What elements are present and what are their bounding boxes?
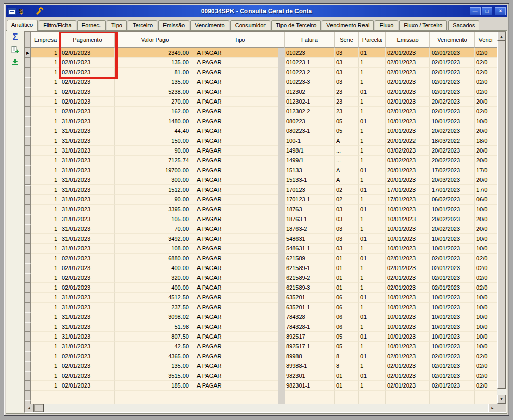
row-indicator[interactable]: ▶ — [25, 48, 31, 58]
cell[interactable]: A PAGAR — [195, 156, 285, 165]
cell[interactable]: 10/01/2023 — [430, 234, 475, 244]
cell[interactable]: A PAGAR — [195, 322, 285, 332]
cell[interactable]: 1 — [359, 283, 386, 293]
row-indicator[interactable] — [25, 68, 31, 77]
row-indicator[interactable] — [25, 244, 31, 254]
row-indicator[interactable] — [25, 116, 31, 126]
column-header-valor-pago[interactable]: Valor Pago — [115, 32, 195, 48]
cell[interactable]: 1 — [31, 136, 60, 146]
cell[interactable]: 010223-3 — [285, 77, 335, 87]
cell[interactable]: 1 — [359, 136, 386, 146]
cell[interactable]: 4365.00 — [115, 351, 195, 361]
cell[interactable]: 400.00 — [115, 263, 195, 273]
cell[interactable]: A PAGAR — [195, 234, 285, 244]
cell[interactable]: 02/01/2023 — [60, 58, 115, 68]
cell[interactable]: 20/0 — [475, 224, 497, 234]
cell[interactable]: 1 — [359, 97, 386, 107]
table-row[interactable]: 131/01/202370.00A PAGAR18763-203110/01/2… — [25, 224, 497, 234]
cell[interactable]: A PAGAR — [195, 273, 285, 283]
cell[interactable]: 31/01/2023 — [60, 342, 115, 351]
cell[interactable]: 05 — [335, 342, 359, 351]
cell[interactable]: 10/01/2023 — [430, 244, 475, 254]
cell[interactable]: 10/01/2023 — [386, 234, 430, 244]
tab-emissao[interactable]: Emissão — [158, 20, 189, 30]
cell[interactable]: 10/0 — [475, 322, 497, 332]
cell[interactable]: 02/01/2023 — [386, 48, 430, 58]
cell[interactable]: 20/03/2023 — [430, 175, 475, 185]
cell[interactable]: 10/01/2023 — [386, 342, 430, 351]
cell[interactable]: 01 — [359, 87, 386, 97]
cell[interactable]: 06 — [335, 322, 359, 332]
cell[interactable]: 10/0 — [475, 332, 497, 342]
row-indicator[interactable] — [25, 351, 31, 361]
cell[interactable]: 1 — [31, 165, 60, 175]
row-indicator[interactable] — [25, 175, 31, 185]
cell[interactable]: 150.00 — [115, 136, 195, 146]
row-indicator[interactable] — [25, 381, 31, 391]
row-indicator[interactable] — [25, 77, 31, 87]
row-indicator[interactable] — [25, 283, 31, 293]
cell[interactable]: 02/01/2023 — [386, 263, 430, 273]
cell[interactable]: 23 — [335, 87, 359, 97]
cell[interactable]: 237.50 — [115, 303, 195, 312]
row-indicator[interactable] — [25, 322, 31, 332]
cell[interactable]: A PAGAR — [195, 126, 285, 136]
cell[interactable]: A PAGAR — [195, 283, 285, 293]
cell[interactable]: 2349.00 — [115, 48, 195, 58]
row-indicator[interactable] — [25, 185, 31, 195]
cell[interactable]: 1 — [31, 224, 60, 234]
tab-tipo-de-terceiro[interactable]: Tipo de Terceiro — [271, 20, 321, 30]
cell[interactable]: 02/01/2023 — [60, 97, 115, 107]
row-indicator[interactable] — [25, 107, 31, 116]
cell[interactable]: 1 — [359, 361, 386, 371]
cell[interactable]: 01 — [359, 293, 386, 303]
cell[interactable]: 01 — [359, 165, 386, 175]
cell[interactable]: 1 — [359, 195, 386, 205]
table-row[interactable]: 102/01/2023320.00A PAGAR621589-201102/01… — [25, 273, 497, 283]
cell[interactable]: 02/01/2023 — [386, 351, 430, 361]
cell[interactable]: 89988 — [285, 351, 335, 361]
cell[interactable]: A PAGAR — [195, 224, 285, 234]
cell[interactable]: 31/01/2023 — [60, 244, 115, 254]
cell[interactable]: 10/01/2023 — [386, 116, 430, 126]
cell[interactable]: 02/0 — [475, 371, 497, 381]
cell[interactable]: 20/02/2023 — [430, 126, 475, 136]
table-row[interactable]: 131/01/2023807.50A PAGAR892517050110/01/… — [25, 332, 497, 342]
cell[interactable]: 23 — [335, 97, 359, 107]
cell[interactable]: 20/0 — [475, 126, 497, 136]
row-indicator[interactable] — [25, 312, 31, 322]
table-row[interactable]: 102/01/2023135.00A PAGAR010223-303102/01… — [25, 77, 497, 87]
cell[interactable]: 1 — [359, 107, 386, 116]
table-row[interactable]: 131/01/202351.98A PAGAR784328-106110/01/… — [25, 322, 497, 332]
cell[interactable]: 06/0 — [475, 195, 497, 205]
cell[interactable]: 31/01/2023 — [60, 175, 115, 185]
cell[interactable]: A PAGAR — [195, 107, 285, 116]
cell[interactable]: 1 — [359, 126, 386, 136]
cell[interactable]: 20/01/2023 — [386, 175, 430, 185]
cell[interactable]: 080223 — [285, 116, 335, 126]
cell[interactable]: 03 — [335, 234, 359, 244]
cell[interactable]: 01 — [359, 332, 386, 342]
cell[interactable]: 02/01/2023 — [430, 77, 475, 87]
cell[interactable]: 02/01/2023 — [386, 87, 430, 97]
table-row[interactable]: 102/01/2023162.00A PAGAR012302-223102/01… — [25, 107, 497, 116]
cell[interactable]: 621589-2 — [285, 273, 335, 283]
cell[interactable]: A PAGAR — [195, 254, 285, 263]
cell[interactable]: 17/0 — [475, 165, 497, 175]
sum-button[interactable]: Σ — [10, 32, 21, 42]
cell[interactable]: 44.40 — [115, 126, 195, 136]
cell[interactable]: 135.00 — [115, 58, 195, 68]
cell[interactable]: 1 — [31, 116, 60, 126]
cell[interactable]: 31/01/2023 — [60, 116, 115, 126]
cell[interactable]: 1 — [31, 322, 60, 332]
cell[interactable]: 1 — [359, 175, 386, 185]
horizontal-scroll-track[interactable] — [34, 404, 488, 412]
cell[interactable]: 02 — [335, 185, 359, 195]
cell[interactable]: 3098.02 — [115, 312, 195, 322]
cell[interactable]: 02/01/2023 — [386, 273, 430, 283]
cell[interactable]: 635201 — [285, 293, 335, 303]
cell[interactable]: 02/01/2023 — [430, 254, 475, 263]
row-indicator[interactable] — [25, 58, 31, 68]
cell[interactable]: 185.00 — [115, 381, 195, 391]
cell[interactable]: 18763-1 — [285, 214, 335, 224]
